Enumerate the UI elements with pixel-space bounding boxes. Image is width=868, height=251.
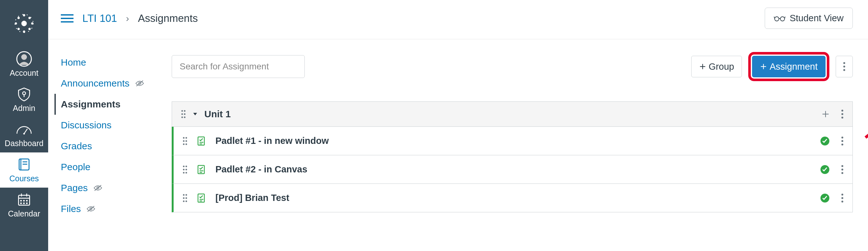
svg-point-59: [841, 113, 843, 115]
svg-point-54: [182, 117, 183, 118]
nav-dashboard[interactable]: Dashboard: [0, 117, 48, 152]
svg-rect-25: [26, 200, 28, 201]
collapse-caret-icon[interactable]: [192, 111, 198, 117]
svg-point-33: [780, 17, 785, 21]
svg-line-49: [865, 93, 868, 137]
course-nav-grades[interactable]: Grades: [61, 136, 172, 157]
svg-point-14: [23, 133, 25, 134]
svg-point-88: [186, 194, 187, 195]
hidden-eye-icon: [93, 184, 102, 192]
nav-courses-label: Courses: [9, 174, 39, 183]
assignment-row[interactable]: [Prod] Brian Test: [172, 184, 853, 212]
assignment-icon: [196, 193, 207, 203]
work-area: Group Assignment: [172, 39, 868, 219]
course-nav-label: Discussions: [61, 120, 112, 131]
group-options-button[interactable]: [841, 109, 844, 119]
course-nav-label: Pages: [61, 183, 88, 193]
svg-point-8: [29, 28, 31, 30]
svg-point-63: [183, 140, 185, 142]
breadcrumb-separator: ›: [126, 13, 129, 24]
nav-courses[interactable]: Courses: [0, 152, 48, 188]
svg-point-91: [183, 200, 185, 202]
svg-line-13: [24, 129, 27, 134]
course-nav-label: People: [61, 162, 90, 172]
glasses-icon: [774, 14, 785, 22]
course-nav-label: Assignments: [61, 99, 120, 109]
row-options-button[interactable]: [841, 165, 844, 174]
svg-point-92: [186, 200, 187, 202]
shield-icon: [16, 86, 32, 102]
topbar: LTI 101 › Assignments Student View: [48, 0, 868, 39]
assignment-row[interactable]: Padlet #1 - in new window: [172, 127, 853, 155]
svg-line-35: [784, 17, 785, 19]
hamburger-icon[interactable]: [61, 13, 73, 23]
svg-point-60: [841, 117, 843, 119]
svg-point-0: [21, 21, 27, 26]
svg-point-74: [183, 165, 185, 167]
add-group-button[interactable]: Group: [691, 56, 742, 77]
course-nav-files[interactable]: Files: [61, 198, 172, 219]
drag-handle-icon[interactable]: [183, 165, 188, 174]
svg-point-46: [843, 62, 845, 64]
svg-point-5: [18, 17, 20, 19]
assignment-row[interactable]: Padlet #2 - in Canvas: [172, 155, 853, 184]
nav-account[interactable]: Account: [0, 47, 48, 82]
svg-rect-26: [20, 202, 22, 204]
svg-point-52: [182, 114, 183, 115]
svg-point-12: [23, 92, 25, 95]
svg-point-71: [841, 136, 843, 138]
hidden-eye-icon: [87, 205, 95, 213]
student-view-button[interactable]: Student View: [765, 8, 853, 29]
highlight-annotation: Assignment: [748, 52, 829, 81]
svg-point-64: [186, 140, 187, 142]
add-assignment-button[interactable]: Assignment: [752, 56, 826, 77]
course-nav-label: Files: [61, 203, 81, 214]
nav-admin[interactable]: Admin: [0, 82, 48, 117]
add-to-group-button[interactable]: [822, 110, 830, 118]
breadcrumb: LTI 101 › Assignments: [61, 12, 198, 24]
svg-point-77: [186, 168, 187, 170]
course-nav-pages[interactable]: Pages: [61, 178, 172, 198]
drag-handle-icon[interactable]: [183, 194, 188, 202]
gauge-icon: [16, 121, 32, 137]
breadcrumb-course-link[interactable]: LTI 101: [82, 12, 117, 24]
calendar-icon: [16, 191, 32, 208]
plus-icon: [699, 63, 706, 70]
drag-handle-icon[interactable]: [183, 136, 188, 146]
nav-account-label: Account: [10, 68, 38, 77]
svg-point-90: [186, 197, 187, 199]
svg-point-73: [841, 144, 843, 146]
svg-point-48: [843, 69, 845, 71]
course-nav: Home Announcements Assignments Discussio…: [48, 39, 172, 219]
published-icon[interactable]: [820, 136, 830, 146]
svg-point-65: [183, 143, 185, 145]
published-icon[interactable]: [820, 165, 830, 174]
svg-point-47: [843, 66, 845, 67]
svg-rect-28: [26, 202, 28, 204]
add-group-label: Group: [709, 61, 734, 72]
canvas-logo-icon: [13, 12, 35, 35]
course-nav-assignments[interactable]: Assignments: [55, 94, 172, 115]
course-nav-home[interactable]: Home: [61, 52, 172, 73]
toolbar: Group Assignment: [172, 52, 853, 81]
global-nav: Account Admin Dashboard Courses Calendar: [0, 0, 48, 251]
course-nav-announcements[interactable]: Announcements: [61, 73, 172, 94]
drag-handle-icon[interactable]: [181, 109, 186, 119]
row-options-button[interactable]: [841, 193, 844, 203]
course-nav-label: Announcements: [61, 78, 130, 89]
svg-point-53: [184, 114, 186, 115]
svg-point-61: [183, 137, 185, 138]
row-options-button[interactable]: [841, 136, 844, 146]
course-nav-discussions[interactable]: Discussions: [61, 115, 172, 136]
canvas-logo[interactable]: [0, 0, 48, 47]
assignment-icon: [196, 164, 207, 175]
course-nav-people[interactable]: People: [61, 157, 172, 178]
published-icon[interactable]: [820, 193, 830, 203]
assignment-group-header[interactable]: Unit 1: [172, 101, 853, 127]
nav-calendar[interactable]: Calendar: [0, 188, 48, 223]
svg-rect-27: [23, 202, 25, 204]
course-nav-label: Home: [61, 57, 86, 68]
more-options-button[interactable]: [836, 56, 853, 77]
svg-point-97: [841, 194, 843, 195]
search-input[interactable]: [172, 55, 305, 78]
